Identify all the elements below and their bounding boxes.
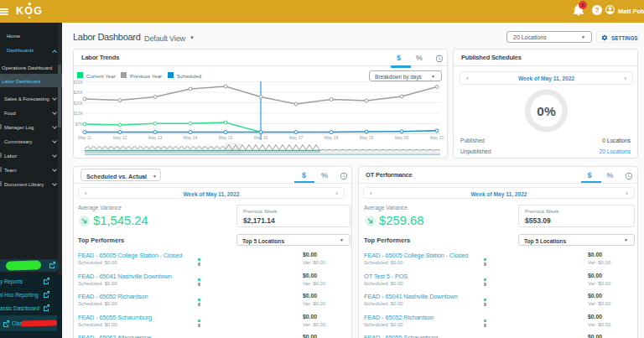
svg-text:May 14: May 14 [184, 135, 198, 140]
svg-text:May 21: May 21 [430, 135, 444, 140]
svg-text:May 12: May 12 [113, 135, 127, 140]
svg-text:$26K: $26K [74, 90, 84, 95]
svg-text:$20K: $20K [74, 101, 84, 106]
svg-text:$33K: $33K [74, 80, 84, 85]
svg-text:$7K: $7K [75, 122, 84, 127]
svg-text:May 13: May 13 [148, 135, 163, 140]
svg-text:May 20: May 20 [395, 135, 409, 140]
svg-text:0%: 0% [537, 104, 556, 118]
svg-text:May 16: May 16 [254, 135, 268, 140]
svg-text:May 19: May 19 [360, 135, 374, 140]
svg-text:$13K: $13K [74, 111, 84, 116]
svg-text:May 11: May 11 [78, 135, 91, 140]
svg-text:May 15: May 15 [219, 135, 233, 140]
svg-text:May 17: May 17 [289, 135, 304, 140]
svg-text:May 18: May 18 [325, 135, 339, 140]
